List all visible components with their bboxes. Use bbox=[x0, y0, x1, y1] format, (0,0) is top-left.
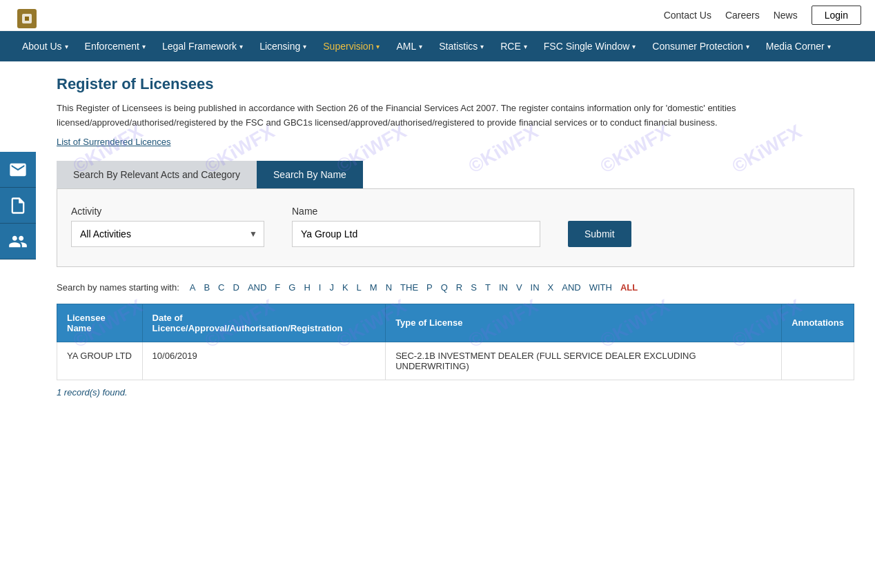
nav-arrow-icon: ▾ bbox=[632, 43, 636, 50]
nav-item-enforcement[interactable]: Enforcement▾ bbox=[77, 31, 154, 61]
activity-label: Activity bbox=[71, 206, 264, 217]
email-icon bbox=[8, 160, 28, 179]
surrendered-licences-link[interactable]: List of Surrendered Licences bbox=[57, 137, 170, 147]
alpha-letter-r[interactable]: R bbox=[453, 281, 466, 294]
col-licensee-name: Licensee Name bbox=[57, 304, 143, 342]
page-body: Register of Licensees This Register of L… bbox=[0, 61, 875, 411]
cell-type-of-license: SEC-2.1B INVESTMENT DEALER (FULL SERVICE… bbox=[386, 342, 782, 380]
news-link[interactable]: News bbox=[774, 10, 798, 21]
alpha-letter-v[interactable]: V bbox=[513, 281, 526, 294]
contact-us-link[interactable]: Contact Us bbox=[664, 10, 711, 21]
col-annotations: Annotations bbox=[782, 304, 854, 342]
alpha-letter-f[interactable]: F bbox=[271, 281, 284, 294]
alpha-letter-in[interactable]: IN bbox=[527, 281, 543, 294]
nav-arrow-icon: ▾ bbox=[142, 43, 146, 50]
alpha-label: Search by names starting with: bbox=[57, 282, 179, 293]
nav-arrow-icon: ▾ bbox=[65, 43, 68, 50]
nav-arrow-icon: ▾ bbox=[239, 43, 243, 50]
alpha-letter-g[interactable]: G bbox=[285, 281, 299, 294]
submit-button[interactable]: Submit bbox=[568, 221, 631, 247]
nav-arrow-icon: ▾ bbox=[524, 43, 527, 50]
alpha-letter-and[interactable]: AND bbox=[558, 281, 584, 294]
table-header-row: Licensee Name Date of Licence/Approval/A… bbox=[57, 304, 854, 342]
results-table: Licensee Name Date of Licence/Approval/A… bbox=[57, 304, 854, 380]
tab-relevant-acts[interactable]: Search By Relevant Acts and Category bbox=[57, 161, 257, 188]
sidebar-document-icon[interactable] bbox=[0, 188, 36, 224]
main-nav: About Us▾Enforcement▾Legal Framework▾Lic… bbox=[0, 31, 875, 61]
nav-arrow-icon: ▾ bbox=[827, 43, 831, 50]
page-title: Register of Licensees bbox=[57, 75, 854, 93]
activity-select[interactable]: All ActivitiesBankingInsuranceSecurities… bbox=[71, 221, 264, 247]
name-label: Name bbox=[292, 206, 540, 217]
alpha-letter-k[interactable]: K bbox=[339, 281, 352, 294]
col-date: Date of Licence/Approval/Authorisation/R… bbox=[142, 304, 386, 342]
alpha-letter-q[interactable]: Q bbox=[438, 281, 451, 294]
alpha-letter-i[interactable]: I bbox=[315, 281, 325, 294]
nav-arrow-icon: ▾ bbox=[303, 43, 306, 50]
table-header: Licensee Name Date of Licence/Approval/A… bbox=[57, 304, 854, 342]
info-text: This Register of Licensees is being publ… bbox=[57, 101, 854, 130]
cell-licensee-name: YA GROUP LTD bbox=[57, 342, 143, 380]
login-button[interactable]: Login bbox=[812, 6, 861, 25]
alpha-letter-and[interactable]: AND bbox=[244, 281, 270, 294]
alpha-letter-h[interactable]: H bbox=[300, 281, 313, 294]
records-found: 1 record(s) found. bbox=[57, 387, 854, 398]
sidebar-people-icon[interactable] bbox=[0, 224, 36, 259]
alpha-letter-b[interactable]: B bbox=[200, 281, 213, 294]
alpha-letter-with[interactable]: WITH bbox=[586, 281, 616, 294]
nav-item-legal-framework[interactable]: Legal Framework▾ bbox=[154, 31, 251, 61]
sidebar-icons bbox=[0, 152, 36, 259]
alpha-letter-a[interactable]: A bbox=[186, 281, 199, 294]
alpha-letter-the[interactable]: THE bbox=[397, 281, 422, 294]
top-bar: MAURITIUS Contact Us Careers News Login bbox=[0, 0, 875, 31]
cell-annotations bbox=[782, 342, 854, 380]
nav-item-fsc-single-window[interactable]: FSC Single Window▾ bbox=[535, 31, 645, 61]
svg-rect-2 bbox=[25, 17, 29, 21]
alpha-letter-s[interactable]: S bbox=[467, 281, 480, 294]
col-type-of-license: Type of License bbox=[386, 304, 782, 342]
search-form-box: Activity All ActivitiesBankingInsuranceS… bbox=[57, 188, 854, 267]
nav-arrow-icon: ▾ bbox=[480, 43, 484, 50]
nav-item-aml[interactable]: AML▾ bbox=[388, 31, 431, 61]
activity-select-wrapper: All ActivitiesBankingInsuranceSecurities… bbox=[71, 221, 264, 247]
activity-group: Activity All ActivitiesBankingInsuranceS… bbox=[71, 206, 264, 247]
alpha-letter-n[interactable]: N bbox=[382, 281, 395, 294]
alpha-letter-all[interactable]: ALL bbox=[617, 281, 641, 294]
alpha-letter-d[interactable]: D bbox=[229, 281, 242, 294]
alpha-letter-in[interactable]: IN bbox=[495, 281, 511, 294]
search-tabs: Search By Relevant Acts and Category Sea… bbox=[57, 161, 854, 188]
submit-group: Submit bbox=[568, 206, 631, 247]
nav-item-supervision[interactable]: Supervision▾ bbox=[315, 31, 388, 61]
sidebar-email-icon[interactable] bbox=[0, 152, 36, 188]
name-group: Name bbox=[292, 206, 540, 247]
people-icon bbox=[8, 232, 28, 251]
nav-arrow-icon: ▾ bbox=[746, 43, 749, 50]
alpha-letter-l[interactable]: L bbox=[353, 281, 365, 294]
careers-link[interactable]: Careers bbox=[725, 10, 760, 21]
form-row: Activity All ActivitiesBankingInsuranceS… bbox=[71, 206, 840, 247]
alpha-search: Search by names starting with: ABCDANDFG… bbox=[57, 281, 854, 294]
nav-arrow-icon: ▾ bbox=[376, 43, 380, 50]
nav-item-media-corner[interactable]: Media Corner▾ bbox=[758, 31, 839, 61]
page-content: Register of Licensees This Register of L… bbox=[36, 61, 875, 411]
top-bar-links: Contact Us Careers News Login bbox=[664, 6, 861, 25]
tab-search-by-name[interactable]: Search By Name bbox=[257, 161, 363, 188]
alpha-letter-p[interactable]: P bbox=[423, 281, 436, 294]
alpha-letter-t[interactable]: T bbox=[482, 281, 494, 294]
nav-item-licensing[interactable]: Licensing▾ bbox=[251, 31, 315, 61]
alpha-letter-c[interactable]: C bbox=[215, 281, 228, 294]
name-input[interactable] bbox=[292, 221, 540, 247]
document-icon bbox=[8, 196, 28, 215]
nav-item-about-us[interactable]: About Us▾ bbox=[14, 31, 77, 61]
nav-item-consumer-protection[interactable]: Consumer Protection▾ bbox=[644, 31, 758, 61]
alpha-letter-j[interactable]: J bbox=[326, 281, 337, 294]
nav-item-rce[interactable]: RCE▾ bbox=[492, 31, 535, 61]
table-body: YA GROUP LTD 10/06/2019 SEC-2.1B INVESTM… bbox=[57, 342, 854, 380]
nav-item-statistics[interactable]: Statistics▾ bbox=[431, 31, 492, 61]
nav-arrow-icon: ▾ bbox=[419, 43, 422, 50]
cell-date: 10/06/2019 bbox=[142, 342, 386, 380]
alpha-letter-m[interactable]: M bbox=[366, 281, 381, 294]
table-row: YA GROUP LTD 10/06/2019 SEC-2.1B INVESTM… bbox=[57, 342, 854, 380]
alpha-letter-x[interactable]: X bbox=[544, 281, 558, 294]
